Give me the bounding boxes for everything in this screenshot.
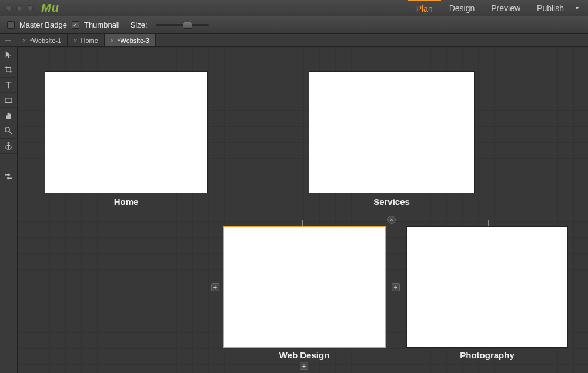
connector-line [488,220,489,227]
svg-rect-0 [5,98,12,103]
page-thumb-photography[interactable] [407,227,567,347]
tab-website-1[interactable]: × *Website-1 [16,34,68,46]
page-label-photography[interactable]: Photography [407,350,567,360]
tool-anchor[interactable] [0,139,17,154]
tool-text[interactable] [0,78,17,93]
tab-close-icon[interactable]: × [74,37,77,44]
tab-website-3[interactable]: × *Website-3 [105,34,156,46]
tab-label: Home [81,37,98,44]
app-logo: Mu [41,1,59,15]
mode-menu: Plan Design Preview Publish ▾ [408,0,582,16]
mode-plan[interactable]: Plan [408,0,441,16]
size-label: Size: [131,21,148,29]
title-bar: Mu Plan Design Preview Publish ▾ [0,0,588,16]
mode-design[interactable]: Design [441,0,483,16]
traffic-min-icon[interactable] [16,5,22,11]
page-label-services[interactable]: Services [309,197,474,207]
tool-hand[interactable] [0,108,17,123]
tool-selection[interactable] [0,47,17,62]
options-bar: Master Badge Thumbnail Size: [0,16,588,34]
connector-line [302,220,303,227]
collapse-children-button[interactable]: × [387,216,396,224]
traffic-max-icon[interactable] [27,5,33,11]
add-sibling-left-button[interactable]: + [211,283,219,291]
mode-preview[interactable]: Preview [483,0,529,16]
publish-dropdown-icon[interactable]: ▾ [572,0,582,16]
thumbnail-label: Thumbnail [84,21,120,29]
tool-rectangle[interactable] [0,93,17,108]
svg-point-2 [8,142,9,144]
traffic-close-icon[interactable] [6,5,12,11]
dock-grip-icon[interactable] [0,34,16,46]
master-badge-label: Master Badge [19,21,67,29]
plan-canvas[interactable]: Home Services × Web Design + + + Photogr… [18,47,588,373]
window-controls [6,5,33,11]
tab-label: *Website-3 [118,37,149,44]
page-thumb-services[interactable] [309,72,474,193]
mode-publish[interactable]: Publish [529,0,572,16]
master-badge-checkbox[interactable] [7,21,15,29]
page-thumb-home[interactable] [45,72,207,193]
tab-close-icon[interactable]: × [111,37,114,44]
page-label-webdesign[interactable]: Web Design [224,350,385,360]
tool-divider [0,154,17,169]
thumbnail-checkbox[interactable] [72,21,79,29]
page-label-home[interactable]: Home [45,197,207,207]
add-sibling-right-button[interactable]: + [392,283,400,291]
tab-label: *Website-1 [29,37,61,44]
tool-crop[interactable] [0,62,17,78]
tab-home[interactable]: × Home [68,34,105,46]
size-slider[interactable] [156,24,209,26]
page-thumb-webdesign[interactable] [224,227,385,347]
add-child-button[interactable]: + [300,362,308,370]
svg-point-1 [5,127,10,132]
tab-close-icon[interactable]: × [22,37,26,44]
size-slider-thumb[interactable] [183,22,192,29]
tool-swap[interactable] [0,169,17,184]
tool-zoom[interactable] [0,123,17,139]
toolbox [0,47,18,373]
document-tabs: × *Website-1 × Home × *Website-3 [0,34,588,47]
